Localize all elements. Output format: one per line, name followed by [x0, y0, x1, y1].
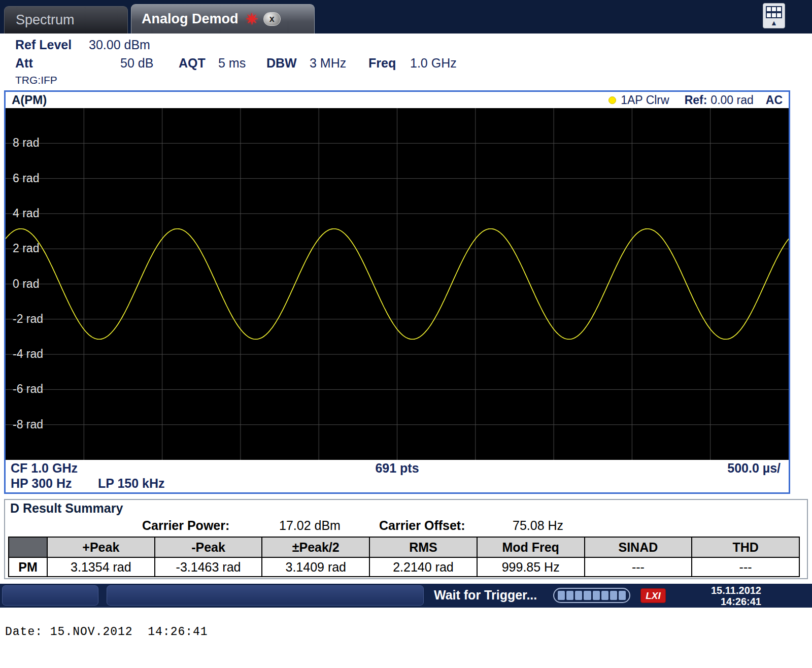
summary-column-header: -Peak — [155, 537, 262, 557]
datetime-display: 15.11.2012 14:26:41 — [711, 585, 761, 607]
time-scale[interactable]: 500.0 µs/ — [727, 461, 781, 476]
chart-plot-area[interactable]: 8 rad6 rad4 rad2 rad0 rad-2 rad-4 rad-6 … — [6, 108, 789, 460]
summary-value-cell: 2.2140 rad — [369, 557, 477, 577]
progress-segment — [601, 591, 608, 600]
row-label-pm: PM — [9, 557, 47, 577]
coupling-indicator: AC — [766, 93, 783, 107]
y-axis-tick-label: 4 rad — [13, 206, 39, 221]
carrier-power-label: Carrier Power: — [142, 518, 229, 533]
summary-column-header: +Peak — [47, 537, 155, 557]
softkey-placeholder-2[interactable] — [107, 585, 424, 606]
unsaved-star-icon: ✷ — [246, 12, 258, 27]
y-axis-tick-label: 0 rad — [13, 277, 39, 291]
top-tab-bar: Spectrum Analog Demod ✷ x ▲ — [0, 0, 812, 34]
summary-value-cell: -3.1463 rad — [155, 557, 262, 577]
summary-column-header: RMS — [369, 537, 477, 557]
dbw-label: DBW — [266, 56, 297, 71]
acquisition-progress-bar — [553, 588, 630, 603]
summary-value-cell: 3.1409 rad — [262, 557, 369, 577]
triangle-up-icon: ▲ — [763, 18, 785, 27]
carrier-offset-value: 75.08 Hz — [513, 518, 563, 533]
att-value[interactable]: 50 dB — [120, 56, 153, 71]
lxi-indicator-icon: LXI — [640, 588, 666, 603]
close-tab-icon[interactable]: x — [263, 12, 281, 26]
points-count: 691 pts — [6, 461, 789, 476]
progress-segment — [593, 591, 600, 600]
progress-segment — [566, 591, 573, 600]
aqt-label: AQT — [179, 56, 206, 71]
summary-column-header: THD — [692, 537, 799, 557]
summary-value-cell: --- — [692, 557, 799, 577]
chart-footer-row2: HP 300 Hz LP 150 kHz — [6, 476, 789, 492]
y-axis-tick-label: 2 rad — [13, 241, 39, 256]
summary-column-header: SINAD — [585, 537, 692, 557]
y-axis-tick-label: -4 rad — [13, 347, 43, 361]
status-bar: Wait for Trigger... LXI 15.11.2012 14:26… — [0, 584, 812, 608]
tab-analog-demod-label: Analog Demod — [142, 11, 239, 27]
summary-value-cell: 999.85 Hz — [477, 557, 585, 577]
aqt-value[interactable]: 5 ms — [218, 56, 246, 71]
status-date: 15.11.2012 — [711, 585, 761, 596]
chart-footer-row1: CF 1.0 GHz 691 pts 500.0 µs/ — [6, 460, 789, 476]
y-axis-tick-label: -2 rad — [13, 312, 43, 326]
lowpass-filter[interactable]: LP 150 kHz — [98, 476, 165, 491]
display-update-button[interactable]: ▲ — [763, 3, 785, 28]
tab-spectrum[interactable]: Spectrum — [4, 6, 128, 34]
ref-level-value[interactable]: 30.00 dBm — [89, 38, 150, 52]
carrier-info-row: Carrier Power: 17.02 dBm Carrier Offset:… — [5, 518, 807, 535]
instrument-screen: Spectrum Analog Demod ✷ x ▲ Ref Level 30… — [0, 0, 812, 668]
status-message: Wait for Trigger... — [434, 588, 537, 603]
y-axis-tick-label: 8 rad — [13, 136, 39, 150]
tab-analog-demod[interactable]: Analog Demod ✷ x — [131, 4, 315, 34]
display-grid-icon — [766, 6, 782, 18]
trigger-status: TRG:IFP — [15, 74, 57, 86]
progress-segment — [575, 591, 582, 600]
highpass-filter[interactable]: HP 300 Hz — [11, 476, 72, 491]
carrier-offset-label: Carrier Offset: — [379, 518, 465, 533]
chart-titlebar: A(PM) 1AP Clrw Ref: 0.00 rad AC — [6, 92, 789, 108]
att-label: Att — [15, 56, 33, 71]
result-summary-window[interactable]: D Result Summary Carrier Power: 17.02 dB… — [4, 499, 808, 579]
softkey-placeholder-1[interactable] — [2, 585, 98, 606]
dbw-value[interactable]: 3 MHz — [310, 56, 346, 71]
progress-segment — [619, 591, 626, 600]
ref-value: 0.00 rad — [710, 93, 753, 107]
status-time: 14:26:41 — [711, 596, 761, 607]
hardcopy-date-line: Date: 15.NOV.2012 14:26:41 — [5, 625, 208, 639]
trace-name: 1AP Clrw — [621, 93, 669, 107]
result-summary-table: +Peak-Peak±Peak/2RMSMod FreqSINADTHD PM … — [8, 537, 800, 577]
waveform-plot — [6, 108, 789, 460]
summary-column-header: Mod Freq — [477, 537, 585, 557]
summary-value-cell: 3.1354 rad — [47, 557, 155, 577]
ref-label: Ref: — [685, 93, 707, 107]
settings-header: Ref Level 30.00 dBm Att 50 dB AQT 5 ms D… — [0, 34, 812, 90]
summary-value-cell: --- — [585, 557, 692, 577]
progress-segment — [558, 591, 565, 600]
freq-label: Freq — [368, 56, 396, 71]
result-summary-title: D Result Summary — [10, 501, 123, 516]
carrier-power-value: 17.02 dBm — [279, 518, 341, 533]
table-corner-cell — [9, 537, 47, 557]
y-axis-tick-label: -6 rad — [13, 382, 43, 396]
y-axis-tick-label: 6 rad — [13, 171, 39, 186]
progress-segment — [584, 591, 591, 600]
trace-legend: 1AP Clrw Ref: 0.00 rad AC — [608, 93, 783, 107]
chart-title: A(PM) — [12, 93, 47, 107]
y-axis-tick-label: -8 rad — [13, 417, 43, 432]
summary-column-header: ±Peak/2 — [262, 537, 369, 557]
ref-level-label: Ref Level — [15, 38, 72, 52]
trace-marker-icon — [608, 96, 616, 104]
measurement-window[interactable]: A(PM) 1AP Clrw Ref: 0.00 rad AC 8 rad6 r… — [4, 90, 790, 494]
freq-value[interactable]: 1.0 GHz — [410, 56, 457, 71]
progress-segment — [610, 591, 617, 600]
tab-spectrum-label: Spectrum — [16, 12, 75, 28]
